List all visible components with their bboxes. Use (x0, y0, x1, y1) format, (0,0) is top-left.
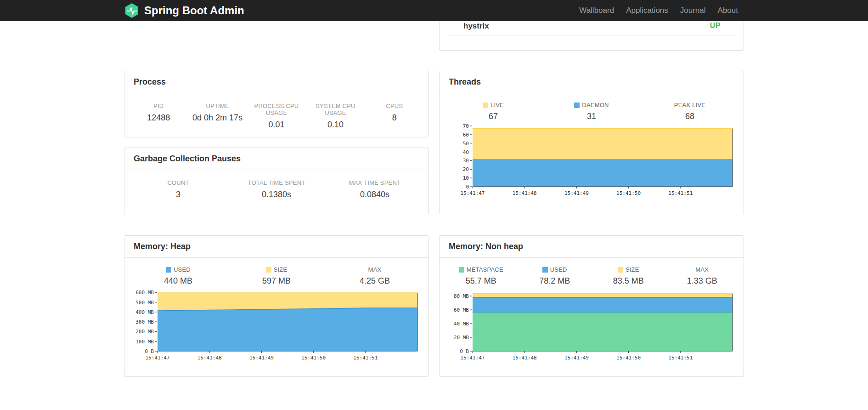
legend-item-used: USED 440 MB (129, 266, 227, 286)
legend-value: 83.5 MB (592, 276, 665, 286)
size-swatch-icon (266, 267, 271, 273)
spring-boot-admin-logo-icon (124, 3, 140, 18)
nonheap-chart: 0 B20 MB40 MB60 MB80 MB15:41:4715:41:481… (440, 287, 744, 368)
metric-cpus: CPUS 8 (365, 102, 424, 130)
memory-heap-panel: Memory: Heap USED 440 MB SIZE 597 MB (124, 235, 429, 377)
legend-item-size: SIZE 597 MB (227, 266, 326, 286)
svg-text:60 MB: 60 MB (454, 307, 469, 313)
brand-title: Spring Boot Admin (144, 4, 244, 17)
svg-text:300 MB: 300 MB (135, 319, 154, 325)
svg-text:20: 20 (463, 166, 469, 172)
legend-label: MAX (695, 266, 709, 273)
threads-panel: Threads LIVE 67 DAEMON 31 (439, 71, 744, 214)
metric-label: PROCESS CPU USAGE (247, 102, 306, 116)
legend-item-used: USED 78.2 MB (518, 266, 592, 286)
metric-label: PID (129, 102, 188, 109)
svg-text:60: 60 (463, 132, 469, 138)
legend-label: PEAK LIVE (674, 102, 705, 108)
nav-item-about[interactable]: About (712, 6, 744, 15)
heap-chart: 0 B100 MB200 MB300 MB400 MB500 MB600 MB1… (124, 287, 428, 368)
svg-text:15:41:49: 15:41:49 (564, 190, 589, 196)
used-swatch-icon (542, 267, 548, 273)
svg-text:15:41:51: 15:41:51 (353, 355, 378, 361)
svg-text:15:41:48: 15:41:48 (513, 190, 537, 196)
nonheap-panel-title: Memory: Non heap (440, 236, 744, 258)
metric-value: 8 (365, 113, 424, 123)
right-column: hystrix UP Threads LIVE 67 DAEMON (439, 21, 744, 377)
metric-value: 0.10 (306, 120, 365, 130)
svg-text:600 MB: 600 MB (135, 290, 154, 296)
svg-text:100 MB: 100 MB (135, 339, 154, 345)
metric-label: UPTIME (188, 102, 247, 109)
main-content: Process PID 12488 UPTIME 0d 0h 2m 17s PR… (124, 21, 744, 377)
svg-text:80 MB: 80 MB (454, 293, 469, 299)
svg-text:15:41:50: 15:41:50 (616, 355, 641, 361)
metric-system-cpu-usage: SYSTEM CPU USAGE 0.10 (306, 102, 365, 130)
threads-legend: LIVE 67 DAEMON 31 PEAK LIVE 68 (440, 93, 744, 121)
metric-label: TOTAL TIME SPENT (227, 179, 326, 186)
legend-label: USED (174, 266, 191, 273)
svg-text:15:41:50: 15:41:50 (616, 190, 641, 196)
metric-label: SYSTEM CPU USAGE (306, 102, 365, 116)
legend-item-max: MAX 4.25 GB (326, 266, 424, 286)
metric-value: 0.0840s (326, 190, 424, 199)
legend-item-max: MAX 1.33 GB (665, 266, 739, 286)
metric-gc-max-time: MAX TIME SPENT 0.0840s (326, 179, 424, 199)
svg-text:15:41:50: 15:41:50 (301, 355, 326, 361)
legend-item-peak-live: PEAK LIVE 68 (641, 102, 739, 121)
legend-value: 4.25 GB (326, 276, 424, 286)
top-navbar: Spring Boot Admin Wallboard Applications… (0, 0, 868, 21)
svg-text:15:41:47: 15:41:47 (146, 355, 170, 361)
daemon-swatch-icon (574, 102, 580, 108)
left-column: Process PID 12488 UPTIME 0d 0h 2m 17s PR… (124, 21, 429, 377)
legend-label: MAX (368, 266, 382, 273)
legend-value: 55.7 MB (444, 276, 518, 286)
legend-label: USED (550, 266, 567, 273)
svg-text:15:41:49: 15:41:49 (249, 355, 274, 361)
legend-item-metaspace: METASPACE 55.7 MB (444, 266, 518, 286)
legend-label: LIVE (490, 102, 504, 108)
gc-pauses-panel: Garbage Collection Pauses COUNT 3 TOTAL … (124, 148, 429, 214)
metric-value: 0d 0h 2m 17s (188, 113, 247, 123)
legend-item-daemon: DAEMON 31 (542, 102, 641, 121)
metric-pid: PID 12488 (129, 102, 188, 130)
threads-chart: 01020304050607015:41:4715:41:4815:41:491… (440, 122, 744, 203)
nav-item-wallboard[interactable]: Wallboard (573, 6, 620, 15)
svg-text:15:41:47: 15:41:47 (461, 355, 485, 361)
svg-text:10: 10 (463, 175, 469, 181)
svg-text:15:41:48: 15:41:48 (197, 355, 222, 361)
svg-text:400 MB: 400 MB (135, 309, 154, 315)
svg-text:50: 50 (463, 141, 469, 147)
metric-value: 0.1380s (227, 190, 326, 199)
svg-text:200 MB: 200 MB (135, 329, 154, 335)
brand[interactable]: Spring Boot Admin (124, 3, 244, 18)
gc-panel-title: Garbage Collection Pauses (124, 148, 428, 170)
legend-label: SIZE (626, 266, 639, 273)
svg-text:15:41:48: 15:41:48 (513, 355, 537, 361)
application-name: hystrix (463, 22, 489, 31)
svg-text:15:41:47: 15:41:47 (461, 190, 485, 196)
legend-value: 597 MB (227, 276, 326, 286)
threads-panel-title: Threads (440, 71, 744, 93)
svg-text:0 B: 0 B (145, 348, 154, 354)
metric-label: CPUS (365, 102, 424, 109)
legend-value: 68 (641, 112, 739, 121)
size-swatch-icon (618, 267, 623, 273)
metaspace-swatch-icon (459, 267, 464, 273)
nav-item-journal[interactable]: Journal (674, 6, 712, 15)
svg-text:15:41:51: 15:41:51 (668, 355, 693, 361)
legend-value: 31 (542, 112, 641, 121)
nav-item-applications[interactable]: Applications (620, 6, 674, 15)
nav-links: Wallboard Applications Journal About (573, 6, 744, 15)
used-swatch-icon (166, 267, 171, 273)
metric-uptime: UPTIME 0d 0h 2m 17s (188, 102, 247, 130)
spacer (124, 21, 429, 51)
gc-metrics: COUNT 3 TOTAL TIME SPENT 0.1380s MAX TIM… (124, 170, 428, 209)
navbar-container: Spring Boot Admin Wallboard Applications… (124, 0, 744, 21)
nonheap-legend: METASPACE 55.7 MB USED 78.2 MB SIZE (440, 258, 744, 286)
svg-text:40: 40 (463, 149, 469, 155)
heap-panel-title: Memory: Heap (124, 236, 428, 258)
application-row-hystrix[interactable]: hystrix UP (447, 21, 736, 35)
legend-value: 67 (444, 112, 542, 121)
legend-value: 78.2 MB (518, 276, 592, 286)
